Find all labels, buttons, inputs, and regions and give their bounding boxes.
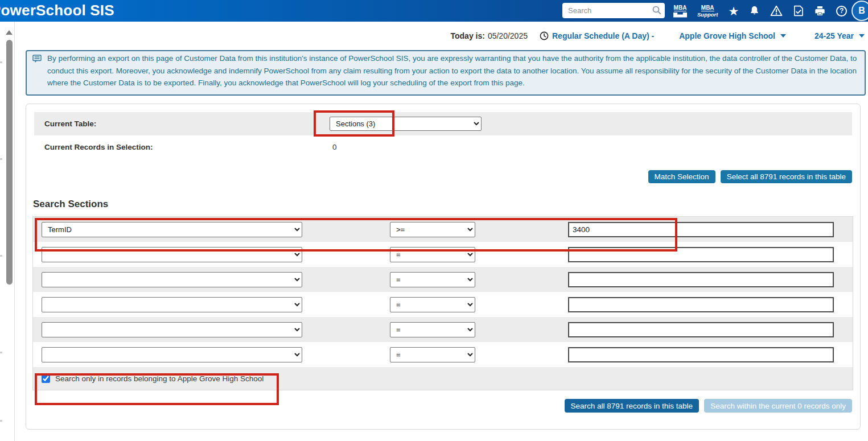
notice-bubble-icon bbox=[32, 55, 42, 63]
value-input-1[interactable] bbox=[568, 222, 834, 237]
value-input-5[interactable] bbox=[568, 322, 834, 337]
scrollbar-thumb[interactable] bbox=[6, 40, 13, 285]
search-row-2: = bbox=[33, 242, 853, 267]
collapsed-menu-mark bbox=[0, 352, 2, 353]
value-input-3[interactable] bbox=[568, 272, 834, 287]
select-all-records-button[interactable]: Select all 8791 records in this table bbox=[721, 170, 852, 183]
value-input-4[interactable] bbox=[568, 297, 834, 312]
operator-select-1[interactable]: >= bbox=[390, 222, 475, 237]
chevron-down-icon bbox=[780, 34, 786, 38]
chevron-down-icon bbox=[859, 34, 865, 38]
operator-select-6[interactable]: = bbox=[390, 347, 475, 362]
header-icon-group: MBA MBA Support ★ bbox=[673, 0, 847, 22]
school-filter-row: Search only in records belonging to Appl… bbox=[33, 367, 853, 390]
notifications-bell-icon[interactable] bbox=[749, 5, 760, 17]
field-select-6[interactable] bbox=[42, 347, 302, 362]
favorites-star-icon[interactable]: ★ bbox=[728, 5, 739, 17]
top-header-bar: PowerSchool SIS MBA MBA Support ★ bbox=[0, 0, 868, 22]
current-table-row: Current Table: Sections (3) bbox=[34, 112, 852, 135]
current-records-row: Current Records in Selection: 0 bbox=[34, 135, 852, 158]
field-select-4[interactable] bbox=[42, 297, 302, 312]
search-criteria-table: TermID >= = bbox=[32, 216, 853, 390]
school-filter-label: Search only in records belonging to Appl… bbox=[55, 374, 264, 383]
value-input-6[interactable] bbox=[568, 347, 834, 362]
field-select-2[interactable] bbox=[42, 247, 302, 262]
current-table-label: Current Table: bbox=[44, 119, 330, 128]
scroll-up-arrow[interactable] bbox=[6, 30, 13, 35]
export-warning-text: By performing an export on this page of … bbox=[47, 54, 857, 87]
alerts-warning-icon[interactable] bbox=[770, 5, 783, 17]
search-within-button[interactable]: Search within the current 0 records only bbox=[704, 399, 852, 413]
search-all-button[interactable]: Search all 8791 records in this table bbox=[565, 399, 700, 413]
current-records-label: Current Records in Selection: bbox=[44, 143, 330, 151]
school-filter-checkbox[interactable] bbox=[42, 374, 50, 383]
operator-select-3[interactable]: = bbox=[390, 272, 475, 287]
search-row-5: = bbox=[33, 317, 853, 342]
value-input-2[interactable] bbox=[568, 247, 834, 262]
export-warning-banner: By performing an export on this page of … bbox=[26, 50, 866, 96]
global-search bbox=[562, 3, 665, 18]
field-select-5[interactable] bbox=[42, 322, 302, 337]
collapsed-menu-mark bbox=[0, 158, 2, 160]
bell-schedule-link[interactable]: Regular Schedule (A Day) - bbox=[552, 31, 654, 40]
collapsed-menu-mark bbox=[0, 61, 2, 63]
app-logo[interactable]: PowerSchool SIS bbox=[0, 2, 114, 19]
search-buttons: Search all 8791 records in this table Se… bbox=[34, 399, 852, 413]
school-selector[interactable]: Apple Grove High School bbox=[679, 31, 786, 40]
help-icon[interactable]: ? bbox=[836, 6, 847, 17]
operator-select-5[interactable]: = bbox=[390, 322, 475, 337]
field-select-3[interactable] bbox=[42, 272, 302, 287]
current-records-value: 0 bbox=[332, 143, 337, 151]
collapsed-menu-mark bbox=[0, 420, 2, 422]
reports-check-icon[interactable] bbox=[793, 5, 804, 17]
context-bar: Today is: 05/20/2025 Regular Schedule (A… bbox=[15, 22, 868, 50]
search-icon[interactable] bbox=[652, 5, 662, 15]
current-table-select[interactable]: Sections (3) bbox=[330, 117, 482, 131]
selection-buttons: Match Selection Select all 8791 records … bbox=[34, 170, 852, 183]
printer-icon[interactable] bbox=[814, 5, 826, 17]
search-row-1: TermID >= bbox=[33, 217, 853, 242]
mba-tray-glyph bbox=[673, 13, 687, 18]
collapsed-menu-mark bbox=[0, 255, 2, 257]
search-sections-title: Search Sections bbox=[33, 199, 852, 210]
powerschool-page: PowerSchool SIS MBA MBA Support ★ bbox=[0, 0, 868, 441]
search-row-6: = bbox=[33, 342, 853, 367]
dde-main-panel: Current Table: Sections (3) Current Reco… bbox=[26, 104, 861, 430]
operator-select-4[interactable]: = bbox=[390, 297, 475, 312]
search-row-4: = bbox=[33, 292, 853, 317]
mba-support-icon[interactable]: MBA Support bbox=[697, 5, 718, 18]
operator-select-2[interactable]: = bbox=[390, 247, 475, 262]
term-selector[interactable]: 24-25 Year bbox=[814, 31, 865, 40]
match-selection-button[interactable]: Match Selection bbox=[648, 170, 715, 183]
today-label: Today is: bbox=[450, 31, 484, 40]
left-rail bbox=[0, 22, 15, 441]
today-date: 05/20/2025 bbox=[488, 31, 528, 40]
search-row-3: = bbox=[33, 267, 853, 292]
user-avatar[interactable]: B bbox=[851, 1, 868, 21]
field-select-1[interactable]: TermID bbox=[42, 222, 302, 237]
mba-icon[interactable]: MBA bbox=[673, 5, 687, 18]
clock-icon[interactable] bbox=[540, 31, 549, 40]
search-input[interactable] bbox=[562, 3, 665, 18]
